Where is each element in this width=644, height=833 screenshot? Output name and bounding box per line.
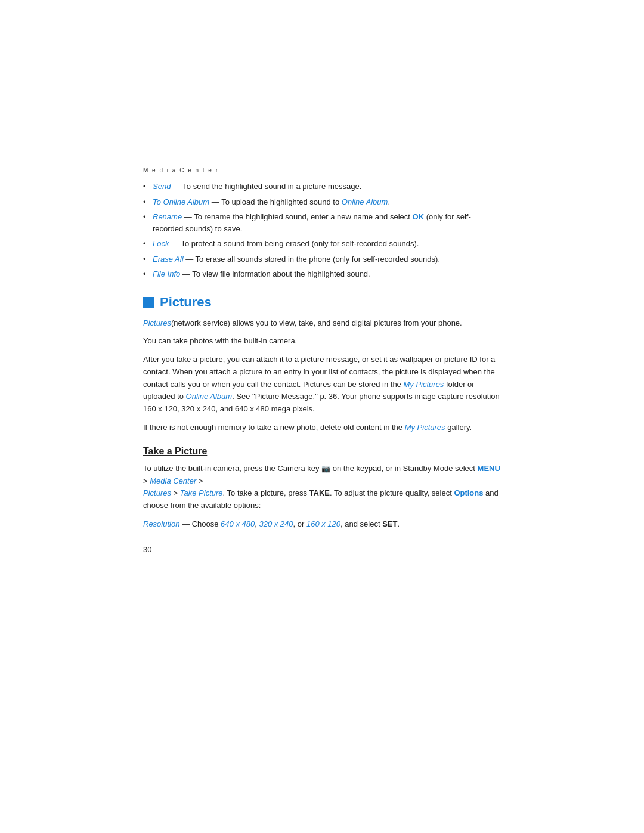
- list-item: Send — To send the highlighted sound in …: [143, 181, 501, 193]
- list-item: Erase All — To erase all sounds stored i…: [143, 253, 501, 265]
- res3-link: 160 x 120: [306, 519, 340, 528]
- take-picture-link: Take Picture: [180, 488, 223, 497]
- to-online-album-link: To Online Album: [153, 197, 209, 206]
- pictures-heading-box: [143, 297, 154, 308]
- section-label: M e d i a C e n t e r: [143, 167, 501, 174]
- rename-link: Rename: [153, 212, 182, 221]
- online-album-period: .: [388, 197, 390, 206]
- file-info-text: — To view file information about the hig…: [180, 270, 370, 278]
- pictures-intro-link: Pictures: [143, 318, 171, 327]
- lock-text: — To protect a sound from being erased (…: [169, 239, 419, 248]
- res-or: , or: [293, 519, 306, 528]
- my-pictures-link2: My Pictures: [405, 423, 445, 432]
- media-center-link: Media Center: [150, 476, 196, 485]
- lock-link: Lock: [153, 239, 169, 248]
- erase-all-text: — To erase all sounds stored in the phon…: [184, 255, 440, 264]
- take-picture-body3: . To take a picture, press: [223, 488, 309, 497]
- res-period: .: [397, 519, 400, 528]
- camera-icon: 📷: [321, 465, 330, 473]
- to-online-album-text: — To upload the highlighted sound to: [209, 197, 342, 206]
- menu-link: MENU: [478, 464, 500, 473]
- memory-paragraph: If there is not enough memory to take a …: [143, 422, 501, 434]
- list-item: Lock — To protect a sound from being era…: [143, 238, 501, 250]
- pictures-link: Pictures: [143, 488, 171, 497]
- pictures-intro-text: (network service) allows you to view, ta…: [171, 318, 462, 327]
- page-content: M e d i a C e n t e r Send — To send the…: [143, 0, 501, 833]
- online-album-link: Online Album: [342, 197, 388, 206]
- memory-text: If there is not enough memory to take a …: [143, 423, 405, 432]
- take-picture-body2: on the keypad, or in Standby Mode select: [330, 464, 477, 473]
- send-link: Send: [153, 182, 171, 191]
- arrow2: >: [196, 476, 203, 485]
- rename-text: — To rename the highlighted sound, enter…: [182, 212, 412, 221]
- online-album-link2: Online Album: [186, 392, 233, 401]
- take-picture-paragraph: To utilize the built-in camera, press th…: [143, 463, 501, 512]
- bullet-list: Send — To send the highlighted sound in …: [143, 181, 501, 280]
- camera-text: You can take photos with the built-in ca…: [143, 335, 501, 348]
- send-text: — To send the highlighted sound in a pic…: [171, 182, 361, 191]
- take-picture-body4: . To adjust the picture quality, select: [330, 488, 454, 497]
- set-bold: SET: [382, 519, 397, 528]
- list-item: To Online Album — To upload the highligh…: [143, 196, 501, 208]
- pictures-heading-text: Pictures: [160, 295, 212, 310]
- res-end: , and select: [340, 519, 382, 528]
- resolution-paragraph: Resolution — Choose 640 x 480, 320 x 240…: [143, 518, 501, 531]
- options-link: Options: [454, 488, 483, 497]
- take-picture-body1: To utilize the built-in camera, press th…: [143, 464, 321, 473]
- resolution-body1: — Choose: [179, 519, 221, 528]
- take-a-picture-heading: Take a Picture: [143, 446, 501, 457]
- erase-all-link: Erase All: [153, 255, 184, 264]
- after-take-paragraph: After you take a picture, you can attach…: [143, 354, 501, 416]
- res2-link: 320 x 240: [259, 519, 293, 528]
- my-pictures-link1: My Pictures: [403, 380, 444, 389]
- res1-link: 640 x 480: [221, 519, 255, 528]
- ok-link: OK: [413, 212, 425, 221]
- gallery-text: gallery.: [445, 423, 472, 432]
- list-item: Rename — To rename the highlighted sound…: [143, 211, 501, 234]
- resolution-label: Resolution: [143, 519, 179, 528]
- file-info-link: File Info: [153, 270, 180, 278]
- pictures-section-heading: Pictures: [143, 295, 501, 310]
- arrow1: >: [143, 476, 150, 485]
- pictures-intro-paragraph: Pictures(network service) allows you to …: [143, 317, 501, 330]
- arrow3: >: [171, 488, 180, 497]
- page-number: 30: [143, 545, 501, 554]
- take-bold: TAKE: [309, 488, 330, 497]
- list-item: File Info — To view file information abo…: [143, 268, 501, 280]
